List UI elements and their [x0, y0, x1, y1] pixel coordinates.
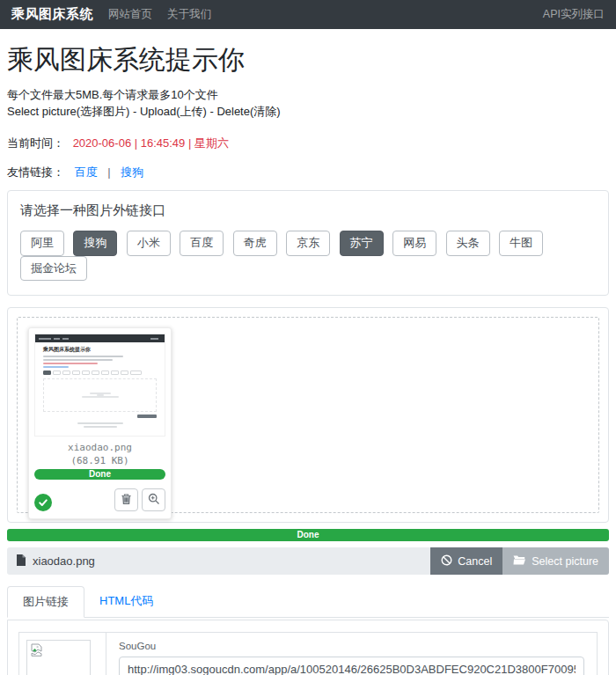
actions-hint-text: Select picture(选择图片) - Upload(上传) - Dele… [7, 104, 609, 121]
result-thumbnail-cell [19, 633, 106, 675]
cancel-icon [441, 554, 452, 569]
api-select-panel: 请选择一种图片外链接口 阿里 搜狗 小米 百度 奇虎 京东 苏宁 网易 头条 牛… [7, 190, 609, 297]
api-button-row: 阿里 搜狗 小米 百度 奇虎 京东 苏宁 网易 头条 牛图 掘金论坛 [20, 231, 596, 282]
api-button-juejin[interactable]: 掘金论坛 [20, 256, 87, 282]
card-filename: xiaodao.png [34, 442, 165, 453]
overall-progress-bar: Done [7, 529, 609, 541]
api-button-niutu[interactable]: 牛图 [499, 231, 543, 256]
mini-dropzone [43, 378, 157, 412]
upload-panel: 乘风图床系统提示你 [7, 307, 609, 523]
api-button-toutiao[interactable]: 头条 [446, 231, 490, 256]
friend-link-sogou[interactable]: 搜狗 [121, 165, 143, 179]
mini-button-row [43, 371, 165, 375]
mini-navbar [35, 334, 165, 342]
top-navbar: 乘风图床系统 网站首页 关于我们 API实列接口 [0, 0, 616, 29]
limit-text: 每个文件最大5MB.每个请求最多10个文件 [7, 87, 609, 104]
card-filesize: (68.91 KB) [34, 455, 165, 466]
api-button-jd[interactable]: 京东 [286, 231, 330, 256]
nav-link-home[interactable]: 网站首页 [108, 7, 152, 22]
api-button-wangyi[interactable]: 网易 [392, 231, 436, 256]
delete-file-button[interactable] [114, 488, 138, 511]
api-button-ali[interactable]: 阿里 [20, 231, 64, 256]
result-tabs: 图片链接 HTML代码 [7, 586, 609, 618]
links-table: SouGou SuNing [18, 632, 598, 675]
time-value: 2020-06-06 | 16:45:49 | 星期六 [73, 136, 229, 150]
page-title: 乘风图床系统提示你 [7, 42, 609, 78]
upload-success-check-icon [34, 494, 52, 511]
api-button-sogou[interactable]: 搜狗 [73, 231, 117, 256]
selected-file-row: xiaodao.png Cancel Select picture [7, 547, 609, 575]
cancel-button-label: Cancel [458, 555, 492, 568]
friend-link-baidu[interactable]: 百度 [75, 165, 98, 179]
selected-file-name: xiaodao.png [33, 554, 95, 568]
result-image-broken [26, 640, 91, 675]
time-label: 当前时间： [7, 136, 64, 150]
mini-time-line [43, 363, 98, 364]
api-button-qihu[interactable]: 奇虎 [233, 231, 277, 256]
zoom-preview-button[interactable] [142, 488, 165, 511]
link-label-sogou: SouGou [119, 641, 584, 651]
select-picture-button[interactable]: Select picture [502, 547, 609, 575]
trash-icon [121, 493, 132, 508]
upload-dropzone[interactable]: 乘风图床系统提示你 [17, 317, 599, 513]
card-footer [34, 488, 165, 511]
brand-title[interactable]: 乘风图床系统 [11, 6, 93, 23]
file-thumbnail-preview[interactable]: 乘风图床系统提示你 [34, 334, 165, 437]
link-rows: SouGou SuNing [106, 633, 597, 675]
tab-image-links[interactable]: 图片链接 [7, 586, 84, 618]
api-button-xiaomi[interactable]: 小米 [127, 231, 171, 256]
mini-upload-button [43, 415, 157, 418]
uploaded-file-card: 乘风图床系统提示你 [28, 327, 172, 519]
file-icon [16, 554, 26, 569]
friend-links-label: 友情链接： [7, 165, 64, 179]
api-button-suning[interactable]: 苏宁 [340, 231, 384, 256]
cancel-upload-button[interactable]: Cancel [430, 547, 502, 575]
api-button-baidu[interactable]: 百度 [180, 231, 224, 256]
selected-file-name-area: xiaodao.png [7, 554, 430, 569]
tab-html-code[interactable]: HTML代码 [84, 586, 168, 617]
link-row-sogou: SouGou [106, 633, 597, 675]
link-url-input-sogou[interactable] [119, 657, 584, 675]
friend-links-separator: | [107, 165, 110, 179]
mini-text-line [43, 359, 113, 361]
mini-footer-lines [35, 421, 165, 428]
nav-link-about[interactable]: 关于我们 [167, 7, 211, 22]
select-picture-button-label: Select picture [532, 555, 598, 568]
api-panel-title: 请选择一种图片外链接口 [20, 202, 596, 219]
card-action-buttons [114, 488, 165, 511]
magnifier-plus-icon [148, 493, 160, 508]
mini-text-line [43, 356, 123, 357]
image-links-panel: SouGou SuNing [7, 620, 609, 675]
friend-links-row: 友情链接： 百度 | 搜狗 [7, 165, 609, 180]
current-time-row: 当前时间： 2020-06-06 | 16:45:49 | 星期六 [7, 136, 609, 151]
mini-links-line [43, 366, 69, 368]
card-progress-bar: Done [34, 469, 165, 480]
folder-icon [513, 554, 526, 568]
broken-image-icon [30, 644, 43, 659]
mini-title: 乘风图床系统提示你 [43, 346, 165, 354]
nav-link-api[interactable]: API实列接口 [543, 7, 605, 22]
